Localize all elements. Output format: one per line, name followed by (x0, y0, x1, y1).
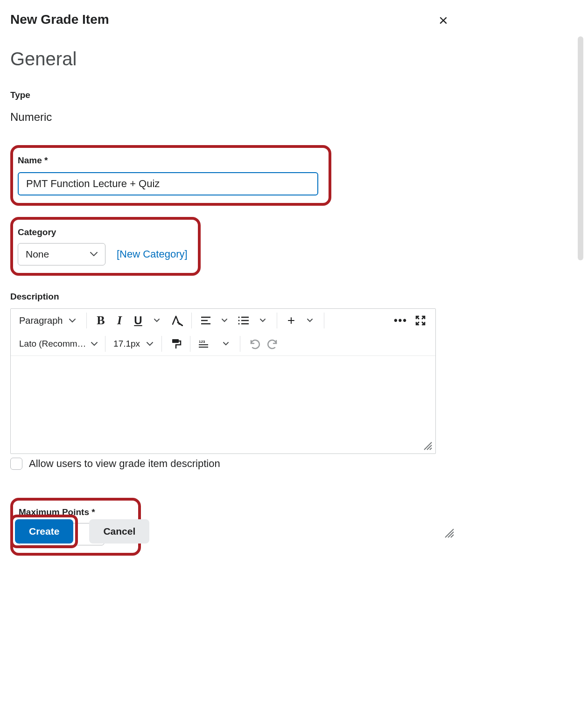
editor-toolbar-row-2: Lato (Recomm… 17.1px (11, 332, 435, 356)
create-highlight: Create (10, 515, 78, 548)
italic-button[interactable]: I (110, 312, 129, 329)
font-family-select[interactable]: Lato (Recomm… (16, 339, 100, 349)
font-size-label: 17.1px (113, 339, 140, 349)
line-height-chevron[interactable] (217, 335, 235, 352)
editor-textarea[interactable] (11, 356, 435, 439)
line-height-button[interactable]: 123 (195, 335, 217, 352)
rich-text-editor: Paragraph B I U (10, 308, 436, 454)
fullscreen-button[interactable] (411, 312, 430, 329)
svg-point-6 (238, 323, 240, 325)
svg-point-5 (238, 320, 240, 321)
category-highlight: Category None [New Category] (10, 217, 201, 276)
more-button[interactable]: ••• (390, 312, 411, 329)
category-selected-value: None (26, 249, 49, 260)
separator (277, 313, 277, 328)
resize-handle-icon[interactable] (422, 440, 433, 453)
undo-button[interactable] (245, 335, 264, 352)
underline-button[interactable]: U (129, 312, 147, 329)
list-chevron[interactable] (253, 312, 272, 329)
section-heading-general: General (10, 49, 454, 70)
svg-text:123: 123 (199, 340, 205, 344)
name-input[interactable] (18, 172, 318, 195)
name-highlight: Name * (10, 145, 331, 206)
paragraph-format-label: Paragraph (19, 315, 63, 326)
separator (240, 336, 240, 352)
svg-line-16 (430, 448, 432, 450)
font-size-select[interactable]: 17.1px (110, 339, 157, 349)
allow-view-description-checkbox[interactable] (10, 458, 22, 470)
dialog-title: New Grade Item (10, 12, 454, 27)
svg-line-20 (448, 532, 454, 537)
separator (161, 336, 162, 352)
svg-point-4 (238, 317, 240, 318)
text-color-button[interactable] (166, 312, 187, 329)
font-family-label: Lato (Recomm… (19, 339, 86, 349)
category-select[interactable]: None (18, 243, 105, 265)
scrollbar[interactable] (578, 36, 583, 260)
chevron-down-icon (147, 342, 153, 346)
underline-chevron[interactable] (147, 312, 166, 329)
chevron-down-icon (91, 342, 98, 346)
list-button[interactable] (234, 312, 253, 329)
align-button[interactable] (196, 312, 215, 329)
chevron-down-icon (90, 252, 98, 257)
paragraph-format-select[interactable]: Paragraph (16, 315, 82, 326)
svg-line-21 (451, 535, 454, 537)
svg-rect-10 (172, 339, 179, 343)
allow-view-description-label: Allow users to view grade item descripti… (29, 458, 220, 470)
chevron-down-icon (69, 319, 76, 323)
redo-button[interactable] (264, 335, 282, 352)
align-chevron[interactable] (215, 312, 234, 329)
page-resize-handle-icon[interactable] (442, 526, 455, 540)
create-button[interactable]: Create (15, 519, 73, 544)
separator (324, 313, 324, 328)
description-label: Description (10, 292, 454, 302)
insert-chevron[interactable] (301, 312, 319, 329)
separator (191, 313, 192, 328)
type-value: Numeric (10, 111, 454, 124)
category-label: Category (18, 227, 193, 237)
insert-button[interactable]: + (282, 312, 301, 329)
format-painter-button[interactable] (167, 335, 185, 352)
type-label: Type (10, 90, 454, 100)
separator (105, 336, 105, 352)
new-category-link[interactable]: [New Category] (117, 248, 188, 260)
editor-toolbar-row-1: Paragraph B I U (11, 309, 435, 332)
bold-button[interactable]: B (91, 312, 110, 329)
name-label: Name * (18, 155, 324, 166)
cancel-button[interactable]: Cancel (89, 519, 149, 544)
separator (86, 313, 87, 328)
separator (190, 336, 190, 352)
